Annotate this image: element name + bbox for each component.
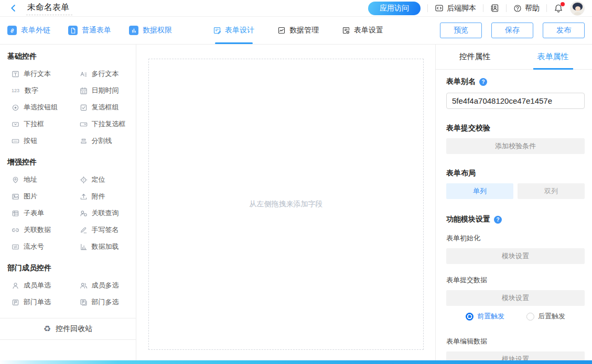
radio-unselected-icon [526, 313, 534, 321]
control-image[interactable]: 图片 [0, 188, 68, 205]
form-designer-app: 未命名表单 应用访问 后端脚本 帮助 [0, 0, 592, 364]
control-multi-select[interactable]: 下拉复选框 [68, 116, 136, 133]
tab-form-design[interactable]: 表单设计 [213, 17, 254, 44]
tab-label: 表单设置 [354, 26, 383, 35]
tab-form-settings[interactable]: 表单设置 [342, 17, 383, 44]
avatar-face [575, 6, 580, 11]
subform-table-icon [12, 209, 19, 217]
data-management-icon [277, 26, 286, 35]
chart-icon [80, 243, 88, 251]
control-department-multi[interactable]: 部门多选 [68, 294, 136, 311]
control-data-load[interactable]: 数据加载 [68, 238, 136, 255]
control-label: 下拉复选框 [92, 119, 126, 129]
recycle-icon: ♻ [44, 325, 51, 333]
form-alias-label: 表单别名 [446, 77, 476, 86]
layout-double-column-button[interactable]: 双列 [518, 183, 585, 199]
control-label: 下拉框 [24, 119, 44, 129]
mode-data-permission[interactable]: 数据权限 [129, 26, 172, 35]
form-init-module-button[interactable]: 模块设置 [446, 248, 585, 264]
control-department-single[interactable]: 部门单选 [0, 294, 68, 311]
calendar-icon [80, 87, 88, 95]
control-label: 数字 [25, 86, 38, 95]
module-settings-help-icon[interactable]: ? [494, 216, 502, 224]
select-icon [12, 120, 19, 128]
control-label: 关联查询 [92, 208, 119, 218]
bottom-taskbar-strip [0, 360, 592, 364]
control-address[interactable]: 地址 [0, 171, 68, 188]
save-button[interactable]: 保存 [491, 23, 533, 38]
back-button[interactable] [7, 3, 19, 14]
user-icon [12, 282, 19, 290]
control-location[interactable]: 定位 [68, 171, 136, 188]
contacts-button[interactable] [490, 4, 499, 13]
form-title[interactable]: 未命名表单 [26, 1, 72, 15]
control-label: 部门多选 [92, 297, 119, 307]
form-alias-input[interactable] [446, 93, 585, 109]
control-member-multi[interactable]: 成员多选 [68, 277, 136, 294]
control-member-single[interactable]: 成员单选 [0, 277, 68, 294]
help-button[interactable]: 帮助 [513, 4, 540, 13]
control-label: 单行文本 [24, 69, 51, 79]
single-line-text-icon [12, 70, 19, 78]
user-avatar[interactable] [570, 1, 585, 16]
control-subform[interactable]: 子表单 [0, 205, 68, 222]
control-serial-number[interactable]: 流水号 [0, 238, 68, 255]
control-related-query[interactable]: 关联查询 [68, 205, 136, 222]
control-number[interactable]: 123数字 [0, 82, 68, 99]
form-submit-data-label: 表单提交数据 [446, 275, 585, 285]
notification-dot [561, 2, 565, 6]
control-single-line-text[interactable]: 单行文本 [0, 65, 68, 82]
external-link-icon [7, 26, 17, 35]
form-edit-module-button[interactable]: 模块设置 [446, 351, 585, 360]
mode-normal-form[interactable]: 普通表单 [68, 26, 111, 35]
tab-form-properties[interactable]: 表单属性 [514, 45, 592, 69]
control-label: 数据加载 [92, 242, 119, 251]
control-label: 手写签名 [92, 225, 119, 235]
control-button[interactable]: 按钮 [0, 133, 68, 149]
control-radio-group[interactable]: 单选按钮组 [0, 99, 68, 116]
mode-external-link[interactable]: 表单外链 [7, 26, 50, 35]
backend-script-button[interactable]: 后端脚本 [435, 4, 476, 13]
users-icon [80, 282, 88, 290]
layout-single-column-button[interactable]: 单列 [446, 183, 513, 199]
control-label: 复选框组 [92, 103, 119, 112]
submit-post-trigger-radio[interactable]: 后置触发 [526, 312, 565, 321]
submit-pre-trigger-radio[interactable]: 前置触发 [466, 312, 504, 321]
radio-selected-icon [466, 313, 473, 321]
properties-panel: 控件属性 表单属性 表单别名 ? 表单提交校验 添加校验条件 表单布局 单列 双… [435, 45, 592, 360]
control-signature[interactable]: 手写签名 [68, 222, 136, 238]
form-submit-module-button[interactable]: 模块设置 [446, 290, 585, 306]
checkbox-icon [80, 104, 88, 112]
avatar-body [574, 12, 582, 16]
control-label: 成员多选 [92, 281, 119, 290]
control-select[interactable]: 下拉框 [0, 116, 68, 133]
related-query-icon [80, 209, 88, 217]
tab-control-properties[interactable]: 控件属性 [436, 45, 514, 69]
control-label: 关联数据 [24, 225, 51, 235]
mode-label: 普通表单 [82, 26, 111, 35]
tab-data-management[interactable]: 数据管理 [277, 17, 319, 44]
control-datetime[interactable]: 日期时间 [68, 82, 136, 99]
control-recycle-bin[interactable]: ♻ 控件回收站 [0, 318, 136, 340]
form-dropzone[interactable]: 从左侧拖拽来添加字段 [148, 59, 424, 350]
control-label: 流水号 [24, 242, 44, 251]
control-related-data[interactable]: 关联数据 [0, 222, 68, 238]
tab-label: 控件属性 [459, 52, 491, 62]
recycle-label: 控件回收站 [56, 324, 92, 334]
button-widget-icon [12, 137, 19, 145]
preview-button[interactable]: 预览 [440, 23, 482, 38]
control-label: 图片 [24, 192, 37, 201]
control-attachment[interactable]: 附件 [68, 188, 136, 205]
form-validation-label: 表单提交校验 [446, 124, 490, 133]
control-multi-line-text[interactable]: 多行文本 [68, 65, 136, 82]
section-title-basic-controls: 基础控件 [0, 45, 136, 65]
notifications-button[interactable] [554, 4, 563, 13]
alias-help-icon[interactable]: ? [479, 78, 487, 86]
publish-button[interactable]: 发布 [543, 23, 585, 38]
add-validation-button[interactable]: 添加校验条件 [446, 138, 585, 154]
control-divider[interactable]: 分割线 [68, 133, 136, 149]
app-access-button[interactable]: 应用访问 [368, 2, 421, 15]
section-title-member-controls: 部门成员控件 [0, 255, 136, 277]
backend-script-label: 后端脚本 [447, 4, 476, 13]
control-checkbox-group[interactable]: 复选框组 [68, 99, 136, 116]
